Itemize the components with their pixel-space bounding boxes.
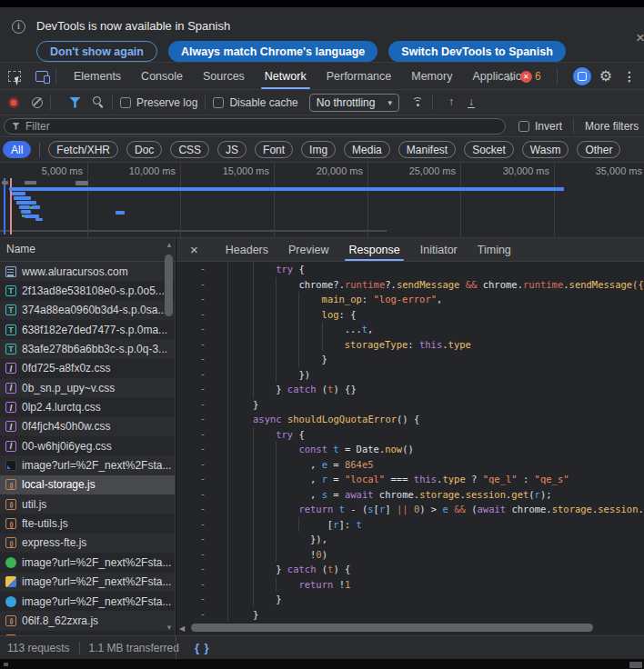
- banner-close-icon[interactable]: ×: [636, 29, 644, 47]
- fold-marker-icon[interactable]: -: [200, 577, 206, 593]
- tab-network[interactable]: Network: [255, 63, 317, 89]
- fold-marker-icon[interactable]: -: [200, 592, 206, 607]
- type-chip-all[interactable]: All: [3, 141, 31, 158]
- export-har-icon[interactable]: ↓: [468, 97, 475, 108]
- tab-console[interactable]: Console: [131, 63, 193, 89]
- request-row[interactable]: ()util.js: [0, 494, 175, 514]
- type-chip-manifest[interactable]: Manifest: [398, 141, 456, 158]
- response-tab-timing[interactable]: Timing: [468, 238, 521, 261]
- more-filters-button[interactable]: More filters: [585, 120, 639, 133]
- fold-marker-icon[interactable]: -: [200, 277, 206, 293]
- fold-marker-icon[interactable]: -: [200, 502, 206, 517]
- response-tab-preview[interactable]: Preview: [278, 238, 338, 261]
- type-chip-css[interactable]: CSS: [170, 141, 209, 158]
- request-row[interactable]: T2f13ad8e538108e0-s.p.0o5...: [0, 281, 175, 300]
- type-chip-font[interactable]: Font: [255, 141, 293, 158]
- request-row[interactable]: T83afe278b6a6bb3c-s.p.0q-3...: [0, 339, 175, 358]
- fold-marker-icon[interactable]: -: [200, 442, 206, 457]
- tab-performance[interactable]: Performance: [317, 63, 402, 89]
- request-row[interactable]: image?url=%2F_next%2Fsta...: [0, 553, 175, 572]
- device-toolbar-icon[interactable]: [35, 71, 48, 82]
- banner-button-don-t-show-again[interactable]: Don't show again: [36, 41, 157, 62]
- fold-marker-icon[interactable]: -: [200, 607, 206, 623]
- waterfall-overview[interactable]: 5,000 ms10,000 ms15,000 ms20,000 ms25,00…: [0, 163, 644, 238]
- fold-marker-icon[interactable]: -: [200, 487, 206, 503]
- network-conditions-icon[interactable]: [410, 96, 425, 108]
- fold-marker-icon[interactable]: -: [200, 367, 206, 383]
- tab-sources[interactable]: Sources: [193, 63, 255, 89]
- disable-cache-checkbox[interactable]: [213, 97, 224, 108]
- fold-marker-icon[interactable]: -: [200, 397, 206, 413]
- settings-gear-icon[interactable]: ⚙: [599, 69, 612, 84]
- record-button[interactable]: [8, 97, 19, 108]
- fold-marker-icon[interactable]: -: [200, 412, 206, 427]
- response-tab-response[interactable]: Response: [338, 238, 409, 261]
- pretty-print-button[interactable]: { }: [195, 641, 210, 654]
- response-tab-headers[interactable]: Headers: [216, 238, 278, 261]
- request-row[interactable]: ()express-fte.js: [0, 534, 175, 553]
- request-row[interactable]: T638f182e7ded7477-s.p.0ma...: [0, 320, 175, 339]
- request-row[interactable]: T374a88ea0960b3d4-s.p.0sa...: [0, 301, 175, 320]
- fold-marker-icon[interactable]: -: [200, 337, 206, 353]
- filter-field[interactable]: [4, 118, 506, 135]
- throttling-select[interactable]: No throttling ▾: [309, 94, 399, 112]
- tab-elements[interactable]: Elements: [64, 63, 131, 89]
- type-chip-socket[interactable]: Socket: [464, 141, 514, 158]
- fold-marker-icon[interactable]: -: [200, 547, 206, 563]
- import-har-icon[interactable]: ↑: [448, 97, 455, 107]
- fold-marker-icon[interactable]: -: [200, 562, 206, 577]
- requests-scrollbar-thumb[interactable]: [165, 255, 173, 316]
- request-row[interactable]: image?url=%2F_next%2Fsta...: [0, 455, 175, 474]
- request-row[interactable]: /0f4fjch4s0h0w.css: [0, 417, 175, 436]
- inspect-element-icon[interactable]: [8, 71, 21, 82]
- request-row[interactable]: ()local-storage.js: [0, 475, 175, 494]
- type-chip-media[interactable]: Media: [344, 141, 390, 158]
- request-row[interactable]: ()06lf.8_62zxra.js: [0, 611, 175, 630]
- request-row[interactable]: /00-w6hj0i6yeg.css: [0, 436, 175, 455]
- request-row[interactable]: www.aluracursos.com: [0, 262, 175, 281]
- more-tabs-icon[interactable]: »: [507, 69, 512, 85]
- fold-marker-icon[interactable]: -: [200, 382, 206, 397]
- type-chip-other[interactable]: Other: [577, 141, 620, 158]
- banner-button-switch-devtools-to-spanish[interactable]: Switch DevTools to Spanish: [388, 41, 565, 62]
- clear-button[interactable]: [32, 97, 43, 108]
- type-chip-wasm[interactable]: Wasm: [522, 141, 569, 158]
- request-row[interactable]: /0lp2.4.lurctq.css: [0, 397, 175, 416]
- fold-marker-icon[interactable]: -: [200, 262, 206, 277]
- scroll-down-icon[interactable]: ▼: [166, 624, 173, 632]
- request-row[interactable]: image?url=%2F_next%2Fsta...: [0, 573, 175, 592]
- name-column-header[interactable]: Name: [0, 238, 175, 262]
- fold-marker-icon[interactable]: -: [200, 352, 206, 367]
- fold-marker-icon[interactable]: -: [200, 322, 206, 337]
- scroll-left-icon[interactable]: ◀: [179, 624, 185, 633]
- request-row[interactable]: ()fte-utils.js: [0, 514, 175, 533]
- search-icon[interactable]: [93, 96, 105, 108]
- invert-checkbox[interactable]: [518, 121, 529, 132]
- error-badge[interactable]: ✕ 6: [520, 70, 541, 83]
- close-icon[interactable]: ×: [190, 242, 198, 257]
- fold-marker-icon[interactable]: -: [200, 472, 206, 487]
- response-code-viewer[interactable]: -try {-chrome?.runtime?.sendMessage && c…: [176, 262, 644, 622]
- type-chip-js[interactable]: JS: [217, 141, 247, 158]
- fold-marker-icon[interactable]: -: [200, 292, 206, 307]
- filter-toggle-icon[interactable]: [69, 97, 81, 108]
- response-tab-initiator[interactable]: Initiator: [410, 238, 468, 261]
- request-row[interactable]: image?url=%2F_next%2Fsta...: [0, 592, 175, 611]
- type-chip-fetch-xhr[interactable]: Fetch/XHR: [48, 141, 118, 158]
- banner-button-always-match-chrome-s-language[interactable]: Always match Chrome's language: [168, 41, 377, 62]
- fold-marker-icon[interactable]: -: [200, 307, 206, 323]
- fold-marker-icon[interactable]: -: [200, 517, 206, 533]
- type-chip-doc[interactable]: Doc: [126, 141, 162, 158]
- fold-marker-icon[interactable]: -: [200, 532, 206, 547]
- filter-input[interactable]: [25, 120, 498, 133]
- code-hscrollbar-thumb[interactable]: [191, 624, 593, 632]
- type-chip-img[interactable]: Img: [301, 141, 336, 158]
- preserve-log-checkbox[interactable]: [120, 97, 131, 108]
- fold-marker-icon[interactable]: -: [200, 457, 206, 473]
- fold-marker-icon[interactable]: -: [200, 427, 206, 443]
- device-posture-icon[interactable]: [573, 67, 591, 85]
- request-row[interactable]: /0fd725-a8fx0z.css: [0, 359, 175, 378]
- tab-memory[interactable]: Memory: [401, 63, 462, 89]
- scroll-up-icon[interactable]: ▲: [166, 241, 173, 249]
- kebab-menu-icon[interactable]: ⋮: [620, 69, 639, 84]
